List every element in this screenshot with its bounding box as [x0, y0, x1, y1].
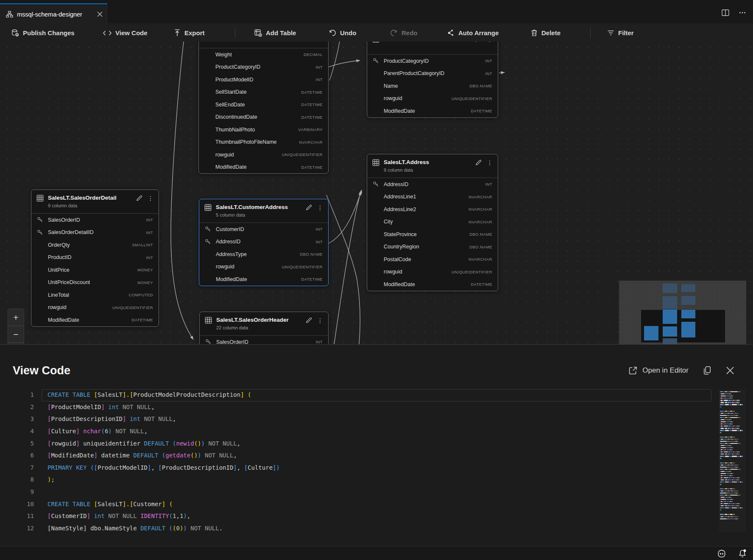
code-line-11: 11[CustomerID] int NOT NULL IDENTITY(1,1… [0, 510, 753, 522]
edit-table-icon[interactable] [306, 204, 312, 211]
edit-table-icon[interactable] [136, 195, 142, 201]
close-panel-icon[interactable] [726, 366, 734, 375]
column-row-rowguid[interactable]: rowguidUNIQUEIDENTIFIER [199, 148, 328, 161]
table-menu-icon[interactable]: ⋮ [317, 205, 323, 210]
current-line-highlight [42, 389, 711, 401]
table-menu-icon[interactable]: ⋮ [487, 42, 493, 42]
table-menu-icon[interactable]: ⋮ [487, 160, 493, 165]
column-type: INT [146, 230, 153, 235]
toolbar-delete-button[interactable]: Delete [531, 24, 561, 42]
copy-code-icon[interactable] [703, 366, 711, 375]
toolbar-label: Redo [402, 29, 418, 36]
column-row-name[interactable]: NameDBO.NAME [367, 80, 498, 92]
column-row-countryregion[interactable]: CountryRegionDBO.NAME [367, 241, 498, 254]
table-card-address[interactable]: SalesLT.Address9 column data⋮AddressIDIN… [367, 154, 498, 291]
column-row-sellenddate[interactable]: SellEndDateDATETIME [199, 98, 328, 111]
table-card-customer-address[interactable]: SalesLT.CustomerAddress5 column data⋮Cus… [199, 199, 329, 286]
diagram-minimap[interactable] [619, 281, 746, 344]
table-menu-icon[interactable]: ⋮ [317, 318, 323, 323]
column-row-productcategoryid[interactable]: ProductCategoryIDINT [367, 55, 498, 67]
open-external-icon [629, 366, 637, 375]
column-row-addressid[interactable]: AddressIDINT [367, 178, 498, 191]
column-row-stateprovince[interactable]: StateProvinceDBO.NAME [367, 228, 498, 241]
column-row-addressid[interactable]: AddressIDINT [199, 236, 328, 248]
tab-mssql-schema-designer[interactable]: mssql-schema-designer [0, 3, 107, 24]
column-type: NVARCHAR [299, 140, 323, 145]
more-actions-icon[interactable] [739, 9, 746, 16]
toolbar-undo-button[interactable]: Undo [329, 24, 356, 42]
table-header: SalesLT.SalesOrderHeader22 column data⋮ [200, 312, 328, 336]
panel-title: View Code [13, 364, 70, 377]
column-type: MONEY [137, 280, 153, 285]
zoom-in-button[interactable]: + [8, 309, 24, 326]
column-row-rowguid[interactable]: rowguidUNIQUEIDENTIFIER [199, 261, 328, 273]
edit-table-icon[interactable] [475, 159, 482, 166]
column-row-city[interactable]: CityNVARCHAR [367, 216, 498, 228]
column-row-modifieddate[interactable]: ModifiedDateDATETIME [31, 314, 159, 326]
column-type: NVARCHAR [469, 207, 492, 212]
column-row-salesorderid[interactable]: SalesOrderIDINT [200, 336, 328, 344]
zoom-out-button[interactable]: − [8, 326, 24, 343]
edit-table-icon[interactable] [306, 317, 312, 323]
toolbar-filter-button[interactable]: Filter [607, 24, 634, 42]
column-row-modifieddate[interactable]: ModifiedDateDATETIME [367, 278, 498, 291]
column-row-unitpricediscount[interactable]: UnitPriceDiscountMONEY [31, 276, 159, 289]
column-row-salesorderdetailid[interactable]: SalesOrderDetailIDINT [31, 226, 159, 239]
column-row-customerid[interactable]: CustomerIDINT [199, 223, 328, 236]
table-header: SalesLT.CustomerAddress5 column data⋮ [199, 199, 328, 223]
column-row-productid[interactable]: ProductIDINT [31, 251, 159, 264]
copilot-icon[interactable] [717, 549, 727, 558]
table-card-product-category[interactable]: 5 column data⋮ProductCategoryIDINTParent… [367, 42, 498, 118]
tab-close-icon[interactable] [97, 11, 103, 17]
toolbar-view-code-button[interactable]: View Code [103, 24, 148, 42]
column-row-modifieddate[interactable]: ModifiedDateDATETIME [367, 105, 498, 117]
column-type: DBO.NAME [300, 252, 323, 256]
minimap-table-block [663, 326, 677, 337]
column-row-addresstype[interactable]: AddressTypeDBO.NAME [199, 248, 328, 261]
column-type: UNIQUEIDENTIFIER [282, 265, 323, 269]
table-menu-icon[interactable]: ⋮ [148, 196, 153, 201]
table-card-sales-order-header[interactable]: SalesLT.SalesOrderHeader22 column data⋮S… [199, 312, 329, 344]
notifications-bell-icon[interactable] [738, 549, 747, 558]
column-type: INT [315, 65, 323, 70]
primary-key-icon [205, 239, 211, 245]
split-editor-icon[interactable] [722, 9, 729, 16]
schema-canvas[interactable]: ⋮WeightDECIMALProductCategoryIDINTProduc… [0, 42, 753, 344]
column-name: City [384, 219, 469, 225]
toolbar-add-table-button[interactable]: Add Table [254, 24, 296, 42]
open-in-editor-button[interactable]: Open in Editor [629, 366, 689, 375]
column-row-modifieddate[interactable]: ModifiedDateDATETIME [199, 161, 328, 174]
column-row-rowguid[interactable]: rowguidUNIQUEIDENTIFIER [31, 301, 159, 314]
column-type: DATETIME [301, 90, 323, 95]
column-row-thumbnailphotofilename[interactable]: ThumbnailPhotoFileNameNVARCHAR [199, 136, 328, 149]
line-number: 4 [0, 428, 34, 435]
table-card-product[interactable]: ⋮WeightDECIMALProductCategoryIDINTProduc… [198, 42, 329, 174]
column-row-productmodelid[interactable]: ProductModelIDINT [199, 73, 328, 86]
toolbar-auto-arrange-button[interactable]: Auto Arrange [447, 24, 499, 42]
minimap-table-block [663, 309, 677, 324]
column-row-orderqty[interactable]: OrderQtySMALLINT [31, 239, 159, 251]
toolbar-publish-changes-button[interactable]: Publish Changes [11, 24, 75, 42]
column-row-thumbnailphoto[interactable]: ThumbNailPhotoVARBINARY [199, 123, 328, 136]
column-row-rowguid[interactable]: rowguidUNIQUEIDENTIFIER [367, 92, 498, 105]
column-name: UnitPrice [48, 267, 137, 273]
toolbar-export-button[interactable]: Export [174, 24, 205, 42]
column-row-weight[interactable]: WeightDECIMAL [199, 48, 328, 61]
column-row-linetotal[interactable]: LineTotalCOMPUTED [31, 289, 159, 301]
column-row-discontinueddate[interactable]: DiscontinuedDateDATETIME [199, 111, 328, 124]
code-minimap[interactable] [719, 390, 746, 532]
column-row-productcategoryid[interactable]: ProductCategoryIDINT [199, 61, 328, 74]
minimap-table-block [681, 284, 695, 292]
column-row-modifieddate[interactable]: ModifiedDateDATETIME [199, 273, 328, 286]
column-row-parentproductcategoryid[interactable]: ParentProductCategoryIDINT [367, 67, 498, 80]
column-row-rowguid[interactable]: rowguidUNIQUEIDENTIFIER [367, 266, 498, 279]
column-row-salesorderid[interactable]: SalesOrderIDINT [31, 214, 159, 226]
column-row-unitprice[interactable]: UnitPriceMONEY [31, 264, 159, 276]
sql-code-editor[interactable]: 1CREATE TABLE [SalesLT].[ProductModelPro… [0, 389, 753, 546]
column-row-postalcode[interactable]: PostalCodeNVARCHAR [367, 253, 498, 266]
column-row-addressline1[interactable]: AddressLine1NVARCHAR [367, 191, 498, 203]
column-row-sellstartdate[interactable]: SellStartDateDATETIME [199, 86, 328, 99]
column-row-addressline2[interactable]: AddressLine2NVARCHAR [367, 203, 498, 216]
table-card-sales-order-detail[interactable]: SalesLT.SalesOrderDetail9 column data⋮Sa… [31, 189, 159, 327]
edit-table-icon[interactable] [475, 42, 482, 42]
